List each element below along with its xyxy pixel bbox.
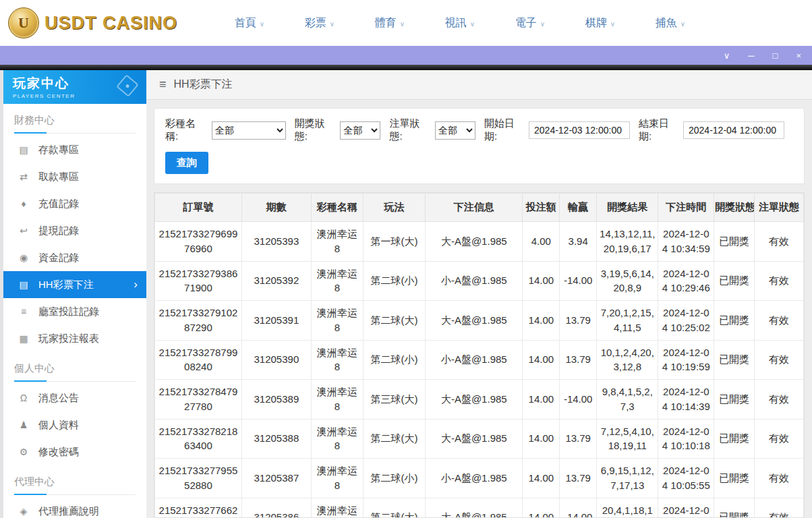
- table-cell: 31205391: [241, 301, 311, 341]
- sidebar-item-label: HH彩票下注: [38, 279, 94, 291]
- table-cell: 14.00: [523, 340, 560, 380]
- sidebar-item-label: 修改密碼: [38, 446, 79, 459]
- breadcrumb-bar: ≡ HH彩票下注: [146, 70, 812, 100]
- lottery-name-filter: 彩種名稱: 全部: [165, 117, 286, 143]
- main-content: ≡ HH彩票下注 彩種名稱: 全部 開獎狀態: 全部 注單狀態:: [146, 70, 812, 518]
- chevron-down-icon[interactable]: ∨: [724, 51, 730, 60]
- table-cell: 第二球(大): [363, 419, 425, 459]
- sidebar-item-change-password[interactable]: ⚙修改密碼: [3, 438, 146, 465]
- table-cell: 14.00: [523, 459, 560, 498]
- content-row: 玩家中心 PLAYERS CENTER 財務中心▤存款專區⇄取款專區♦充值記錄↩…: [0, 70, 812, 518]
- table-cell: 7,12,5,4,10,18,19,11: [597, 419, 658, 459]
- table-cell: 3.94: [560, 222, 597, 262]
- sidebar-item-player-bet-report[interactable]: ▦玩家投注報表: [3, 325, 146, 352]
- table-cell: 7,20,1,2,15,4,11,5: [597, 301, 658, 341]
- sidebar-item-withdrawal-records[interactable]: ↩提現記錄: [3, 217, 146, 244]
- sidebar-item-label: 代理推薦說明: [38, 505, 99, 518]
- table-cell: 澳洲幸运8: [311, 459, 363, 498]
- nav-item-label: 捕魚: [656, 16, 677, 30]
- nav-item-lottery[interactable]: 彩票∨: [285, 16, 355, 30]
- sidebar-item-label: 充值記錄: [38, 198, 79, 210]
- menu-icon[interactable]: ≡: [159, 78, 167, 92]
- sidebar-item-profile[interactable]: ♟個人資料: [3, 411, 146, 438]
- table-cell: 14,13,12,11,20,19,6,17: [597, 222, 658, 262]
- close-icon[interactable]: ×: [796, 51, 801, 60]
- table-cell: 已開獎: [714, 459, 755, 498]
- table-cell: 10,1,2,4,20,3,12,8: [597, 340, 658, 380]
- sidebar-item-recharge-records[interactable]: ♦充值記錄: [3, 190, 146, 217]
- logo[interactable]: U USDT CASINO: [8, 7, 177, 38]
- nav-item-home[interactable]: 首頁∨: [214, 16, 285, 30]
- logo-letter: U: [18, 14, 29, 32]
- table-cell: 澳洲幸运8: [311, 301, 363, 341]
- nav-item-slots[interactable]: 電子∨: [495, 16, 565, 30]
- minimize-icon[interactable]: ─: [748, 51, 754, 60]
- start-date-label: 開始日期:: [484, 117, 525, 143]
- table-cell: 有效: [754, 301, 803, 341]
- announcement-icon: Ω: [18, 393, 29, 403]
- table-cell: 澳洲幸运8: [311, 340, 363, 380]
- table-cell: 6,9,15,1,12,7,17,13: [597, 459, 658, 498]
- sidebar-item-withdrawal[interactable]: ⇄取款專區: [3, 163, 146, 190]
- sidebar-item-agent-referral-info[interactable]: ◈代理推薦說明: [3, 498, 146, 518]
- withdraw-record-icon: ↩: [18, 225, 29, 236]
- table-cell: 2024-12-04 10:29:46: [658, 261, 714, 301]
- table-cell: 31205390: [241, 340, 311, 380]
- table-cell: 第二球(大): [363, 301, 425, 341]
- nav-item-cards[interactable]: 棋牌∨: [565, 16, 635, 30]
- table-cell: 第三球(大): [363, 380, 425, 420]
- table-cell: 第二球(大): [363, 498, 425, 518]
- table-cell: 2024-12-04 10:19:59: [658, 340, 714, 380]
- sidebar-item-funds-records[interactable]: ◉資金記錄: [3, 244, 146, 271]
- table-cell: 澳洲幸运8: [311, 498, 363, 518]
- nav-item-live-video[interactable]: 視訊∨: [425, 16, 495, 30]
- sidebar-item-hh-lottery-bets[interactable]: ▤HH彩票下注›: [3, 271, 146, 298]
- column-header: 彩種名稱: [311, 194, 363, 222]
- nav-item-sports[interactable]: 體育∨: [355, 16, 425, 30]
- column-header: 注單狀態: [754, 194, 803, 222]
- draw-status-select[interactable]: 全部: [340, 121, 380, 140]
- lottery-bet-icon: ▤: [18, 279, 29, 290]
- chevron-down-icon: ∨: [400, 18, 405, 28]
- sidebar-item-deposit[interactable]: ▤存款專區: [3, 136, 146, 163]
- chevron-down-icon: ∨: [680, 18, 685, 28]
- start-date-filter: 開始日期:: [484, 117, 630, 143]
- table-cell: 2152173327938671900: [155, 261, 242, 301]
- sidebar-item-announcements[interactable]: Ω消息公告: [3, 384, 146, 411]
- table-cell: 2152173327821863400: [155, 419, 242, 459]
- maximize-icon[interactable]: □: [773, 51, 778, 60]
- table-cell: 已開獎: [714, 498, 755, 518]
- nav-item-fishing[interactable]: 捕魚∨: [635, 16, 705, 30]
- table-cell: 第二球(小): [363, 459, 425, 498]
- table-cell: 澳洲幸运8: [311, 261, 363, 301]
- table-cell: 13.79: [560, 340, 597, 380]
- hall-record-icon: ≡: [18, 306, 29, 317]
- chevron-down-icon: ∨: [260, 18, 264, 28]
- column-header: 玩法: [363, 194, 425, 222]
- order-status-select[interactable]: 全部: [435, 121, 475, 140]
- table-cell: 有效: [754, 459, 803, 498]
- table-cell: 31205392: [241, 261, 311, 301]
- query-button[interactable]: 查詢: [165, 152, 208, 174]
- end-date-input[interactable]: [683, 121, 784, 139]
- top-header: U USDT CASINO 首頁∨彩票∨體育∨視訊∨電子∨棋牌∨捕魚∨: [0, 0, 812, 46]
- sidebar-item-hall-bet-records[interactable]: ≡廳室投註記錄: [3, 298, 146, 325]
- table-cell: 2152173327766277410: [155, 498, 242, 518]
- table-cell: 2152173327910287290: [155, 301, 242, 341]
- table-cell: 14.00: [523, 419, 560, 459]
- sidebar-item-label: 資金記錄: [38, 252, 79, 264]
- table-cell: 大-A盤@1.985: [426, 222, 523, 262]
- nav-item-label: 電子: [515, 16, 537, 30]
- banner-strip: [0, 65, 812, 70]
- lottery-name-select[interactable]: 全部: [212, 121, 286, 140]
- start-date-input[interactable]: [529, 121, 630, 139]
- table-cell: 2152173327969976960: [155, 222, 242, 262]
- table-cell: 大-A盤@1.985: [426, 380, 523, 420]
- table-cell: 已開獎: [714, 301, 755, 341]
- filter-panel: 彩種名稱: 全部 開獎狀態: 全部 注單狀態: 全部: [154, 108, 805, 184]
- table-cell: 有效: [754, 498, 803, 518]
- sidebar-item-label: 提現記錄: [38, 225, 79, 237]
- sidebar-item-label: 取款專區: [38, 171, 79, 183]
- withdraw-icon: ⇄: [18, 171, 29, 182]
- order-status-filter: 注單狀態: 全部: [389, 117, 475, 143]
